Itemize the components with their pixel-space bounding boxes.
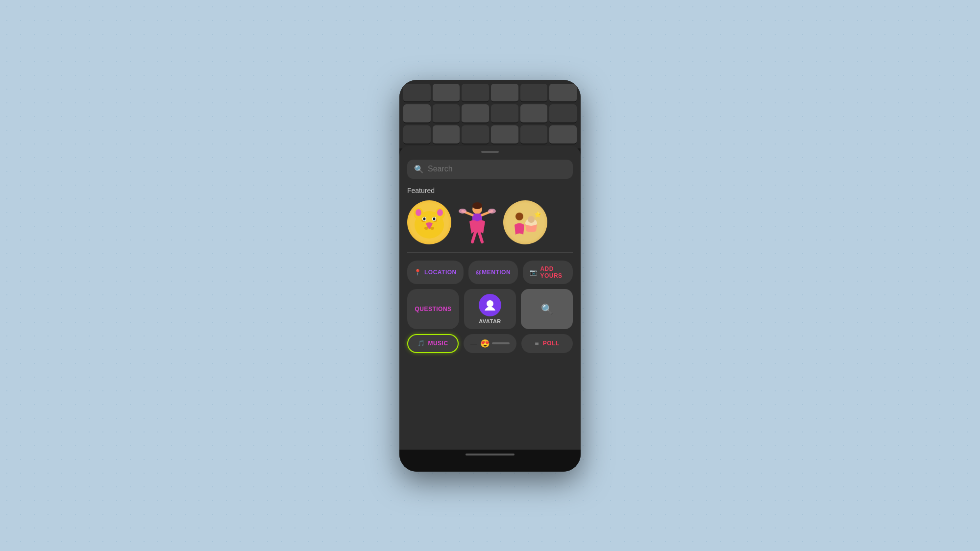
svg-point-12: [433, 217, 436, 220]
featured-stickers-row: ⭐: [407, 200, 573, 244]
location-icon: 📍: [414, 269, 421, 276]
section-divider: [407, 252, 573, 253]
svg-point-23: [515, 213, 523, 220]
drag-handle[interactable]: [481, 151, 499, 153]
keyboard-key: [462, 125, 489, 144]
bottom-handle: [466, 454, 514, 455]
keyboard-key: [491, 84, 518, 103]
add-yours-sticker[interactable]: 📷 ADD YOURS: [523, 261, 573, 284]
keyboard-background: [399, 80, 581, 148]
music-label: MUSIC: [428, 340, 448, 347]
mention-label: @MENTION: [476, 269, 511, 276]
poll-lines-icon: ≡: [535, 339, 539, 347]
location-label: LOCATION: [424, 269, 457, 276]
search-bar[interactable]: 🔍: [407, 160, 573, 179]
sticker-picker-sheet: 🔍 Featured: [399, 146, 581, 472]
keyboard-key: [491, 104, 518, 123]
music-sticker[interactable]: 🎵 MUSIC: [407, 334, 459, 353]
sticker-search-icon: 🔍: [541, 303, 553, 315]
slider-emoji: —: [470, 339, 477, 347]
svg-line-18: [472, 233, 475, 242]
svg-line-19: [479, 233, 482, 242]
keyboard-key: [433, 104, 460, 123]
location-sticker[interactable]: 📍 LOCATION: [407, 261, 464, 284]
svg-point-4: [437, 209, 443, 216]
keyboard-key: [403, 125, 431, 144]
featured-label: Featured: [407, 187, 573, 194]
bottom-bar: [399, 450, 581, 472]
avatar-sticker[interactable]: AVATAR: [464, 289, 516, 329]
questions-label: QUESTIONS: [415, 306, 451, 312]
svg-text:⭐: ⭐: [534, 211, 541, 218]
slider-sticker[interactable]: — 😍: [464, 334, 516, 353]
keyboard-key: [491, 125, 518, 144]
keyboard-key: [462, 84, 489, 103]
svg-point-11: [423, 217, 426, 220]
keyboard-key: [403, 84, 431, 103]
slider-face-icon: 😍: [480, 339, 490, 348]
poll-sticker[interactable]: ≡ POLL: [521, 334, 573, 353]
phone-container: 🔍 Featured: [399, 80, 581, 472]
svg-point-22: [507, 204, 544, 241]
search-input[interactable]: [428, 165, 566, 173]
svg-point-20: [459, 209, 466, 214]
add-yours-label: ADD YOURS: [540, 265, 566, 279]
svg-point-3: [416, 209, 421, 216]
keyboard-key: [549, 84, 577, 103]
featured-sticker-family[interactable]: ⭐: [503, 200, 547, 244]
add-yours-icon: 📷: [530, 269, 537, 276]
svg-point-27: [487, 300, 493, 307]
search-icon: 🔍: [414, 165, 424, 174]
svg-point-25: [528, 216, 535, 223]
questions-sticker[interactable]: QUESTIONS: [407, 289, 459, 329]
sticker-grid-row3: 🎵 MUSIC — 😍 ≡ POLL: [407, 334, 573, 353]
featured-sticker-leopard[interactable]: [407, 200, 451, 244]
keyboard-key: [433, 125, 460, 144]
sticker-grid-row2: QUESTIONS AVATAR 🔍: [407, 289, 573, 329]
keyboard-key: [403, 104, 431, 123]
sticker-grid-row1: 📍 LOCATION @MENTION 📷 ADD YOURS: [407, 261, 573, 284]
mention-sticker[interactable]: @MENTION: [468, 261, 518, 284]
keyboard-key: [520, 125, 548, 144]
keyboard-key: [549, 125, 577, 144]
svg-point-21: [488, 209, 496, 214]
keyboard-key: [520, 104, 548, 123]
avatar-label: AVATAR: [479, 318, 501, 324]
featured-sticker-dancer[interactable]: [455, 200, 499, 244]
search-sticker[interactable]: 🔍: [521, 289, 573, 329]
svg-point-14: [472, 202, 482, 209]
keyboard-key: [520, 84, 548, 103]
keyboard-key: [433, 84, 460, 103]
slider-bar: [492, 342, 510, 344]
music-icon: 🎵: [417, 340, 425, 347]
keyboard-key: [549, 104, 577, 123]
avatar-icon: [479, 294, 501, 316]
poll-label: POLL: [543, 340, 560, 347]
keyboard-key: [462, 104, 489, 123]
